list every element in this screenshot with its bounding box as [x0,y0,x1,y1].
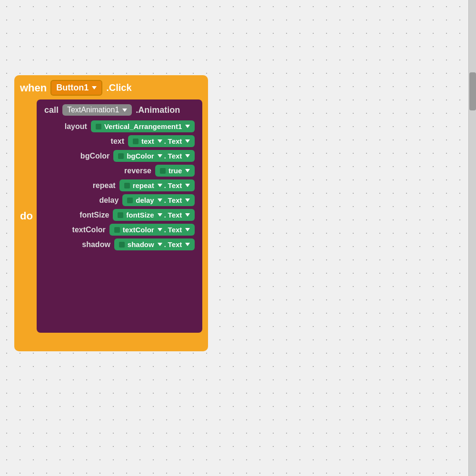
delay-value1: delay [136,196,154,204]
when-block: when Button1 .Click do call TextAnimatio… [14,75,208,351]
animation-method-label: .Animation [136,105,180,115]
fontsize-dropdown-arrow [158,213,162,217]
do-block: call TextAnimation1 .Animation layout [37,99,202,333]
param-delay: delay delay . Text [44,194,195,206]
reverse-value[interactable]: true [155,165,195,177]
reverse-value1: true [169,167,182,175]
when-row: when Button1 .Click [20,80,202,96]
call-row: call TextAnimation1 .Animation [44,104,195,116]
param-repeat-label: repeat [73,181,116,190]
connector-nub [96,124,101,129]
fontsize-value1: fontSize [126,211,154,219]
scrollbar-thumb[interactable] [469,72,476,110]
textcolor-value[interactable]: textColor . Text [109,224,195,236]
text-value[interactable]: text . Text [128,135,195,147]
fontsize-text-dropdown-arrow [185,213,190,217]
param-layout: layout Vertical_Arrangement1 [44,120,195,132]
param-text: text text . Text [44,135,195,147]
shadow-value2: Text [168,240,182,248]
connector-nub [133,139,139,144]
text-value1: text [141,137,154,145]
params-area: layout Vertical_Arrangement1 text text [44,120,195,250]
param-delay-label: delay [76,196,119,205]
text-text-dropdown-arrow [185,139,190,143]
textanimation-dropdown-arrow [122,109,127,112]
textcolor-text-dropdown-arrow [185,228,190,231]
layout-value-text: Vertical_Arrangement1 [104,122,182,130]
connector-nub [118,153,124,159]
connector-nub [118,212,123,218]
layout-value[interactable]: Vertical_Arrangement1 [91,120,195,132]
click-label: .Click [106,82,131,93]
delay-value[interactable]: delay . Text [122,194,195,206]
param-reverse: reverse true [44,165,195,177]
when-label: when [20,82,47,94]
shadow-value[interactable]: shadow . Text [114,238,195,250]
layout-dropdown-arrow [185,125,190,128]
button1-dropdown-arrow [92,86,97,89]
param-shadow: shadow shadow . Text [44,238,195,250]
textcolor-value1: textColor [123,226,154,234]
param-fontsize-label: fontSize [66,211,109,219]
connector-nub [127,198,133,203]
param-bgcolor: bgColor bgColor . Text [44,150,195,162]
shadow-value1: shadow [128,240,154,248]
shadow-dropdown-arrow [158,243,162,246]
bgcolor-value2: Text [168,152,182,160]
param-bgcolor-label: bgColor [67,152,109,160]
param-textcolor-label: textColor [63,226,106,234]
bgcolor-text-dropdown-arrow [185,154,190,158]
button1-label: Button1 [56,83,89,93]
param-layout-label: layout [44,122,87,131]
bgcolor-value1: bgColor [127,152,154,160]
connector-nub [160,168,166,174]
textanimation-dropdown[interactable]: TextAnimation1 [62,104,132,116]
param-fontsize: fontSize fontSize . Text [44,209,195,221]
call-label: call [44,105,59,115]
bgcolor-dropdown-arrow [158,154,162,158]
delay-value2: Text [168,196,182,204]
fontsize-value2: Text [168,211,182,219]
connector-nub [124,183,130,188]
do-row: do call TextAnimation1 .Animation la [20,99,202,333]
repeat-value2: Text [168,181,182,189]
do-label: do [20,210,33,222]
param-reverse-label: reverse [109,167,151,175]
repeat-value1: repeat [133,181,154,189]
canvas: when Button1 .Click do call TextAnimatio… [0,0,476,476]
connector-nub [119,242,125,248]
delay-text-dropdown-arrow [185,198,190,202]
reverse-dropdown-arrow [185,169,190,172]
text-value2: Text [168,137,182,145]
repeat-text-dropdown-arrow [185,184,190,187]
fontsize-value[interactable]: fontSize . Text [113,209,195,221]
repeat-dropdown-arrow [158,184,162,187]
param-text-label: text [81,137,124,146]
connector-nub [114,227,120,233]
param-shadow-label: shadow [68,240,110,249]
param-textcolor: textColor textColor . Text [44,224,195,236]
scrollbar[interactable] [468,0,476,476]
param-repeat: repeat repeat . Text [44,179,195,191]
bgcolor-value[interactable]: bgColor . Text [113,150,195,162]
textcolor-dropdown-arrow [158,228,162,231]
button1-dropdown[interactable]: Button1 [50,80,102,96]
repeat-value[interactable]: repeat . Text [119,179,195,191]
text-dropdown-arrow [158,139,162,143]
textcolor-value2: Text [168,226,182,234]
shadow-text-dropdown-arrow [185,243,190,246]
textanimation-label: TextAnimation1 [67,106,119,114]
delay-dropdown-arrow [158,198,162,202]
